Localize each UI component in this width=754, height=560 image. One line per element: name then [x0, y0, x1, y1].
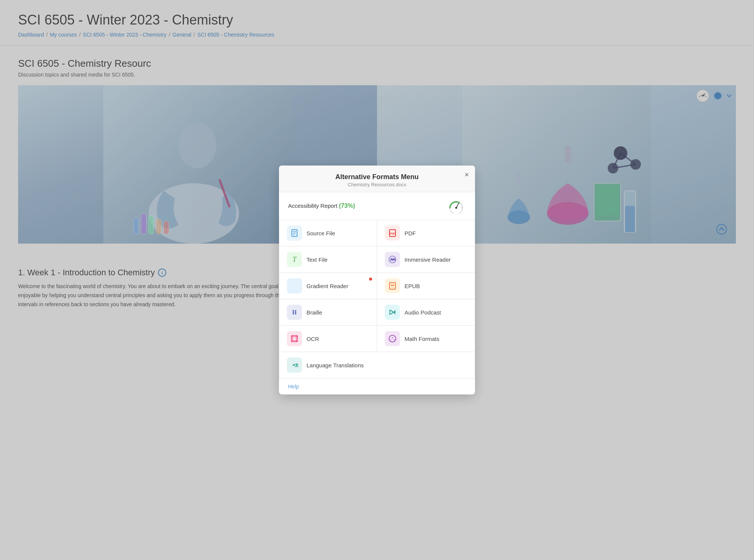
epub-label: EPUB [405, 283, 420, 289]
svg-point-51 [293, 311, 294, 313]
svg-text:文: 文 [295, 363, 299, 367]
language-translations-label: Language Translations [307, 362, 364, 368]
source-file-icon [287, 226, 302, 241]
ocr-icon [287, 331, 302, 346]
svg-marker-55 [390, 310, 394, 315]
text-file-icon: T [287, 252, 302, 267]
help-link[interactable]: Help [288, 384, 299, 390]
svg-text:T: T [293, 256, 297, 263]
modal-header: Alternative Formats Menu Chemistry Resou… [279, 166, 475, 192]
accessibility-row: Accessibility Report (73%) [279, 192, 475, 220]
braille-label: Braille [307, 309, 322, 316]
svg-text:PDF: PDF [390, 232, 395, 235]
accessibility-label: Accessibility Report (73%) [288, 203, 355, 209]
modal-footer: Help [279, 378, 475, 394]
gradient-reader-dot [369, 278, 372, 281]
audio-podcast-icon [385, 305, 400, 320]
modal-grid: Source File PDF PDF T Text File [279, 220, 475, 378]
text-file-item[interactable]: T Text File [279, 246, 377, 273]
audio-podcast-item[interactable]: Audio Podcast [377, 299, 475, 325]
text-file-label: Text File [307, 256, 328, 263]
braille-icon [287, 305, 302, 320]
svg-point-49 [293, 310, 294, 311]
modal-overlay[interactable]: Alternative Formats Menu Chemistry Resou… [0, 0, 754, 560]
immersive-reader-icon [385, 252, 400, 267]
svg-point-54 [295, 313, 296, 315]
alternative-formats-modal: Alternative Formats Menu Chemistry Resou… [279, 166, 475, 394]
source-file-label: Source File [307, 230, 335, 236]
svg-point-53 [293, 313, 294, 315]
svg-point-52 [295, 311, 296, 313]
immersive-reader-item[interactable]: Immersive Reader [377, 246, 475, 273]
gradient-reader-label: Gradient Reader [307, 283, 348, 289]
math-formats-item[interactable]: ± ÷ × Math Formats [377, 325, 475, 352]
gradient-reader-item[interactable]: Gradient Reader [279, 273, 377, 299]
svg-rect-59 [293, 337, 296, 341]
epub-item[interactable]: EPUB [377, 273, 475, 299]
svg-point-50 [295, 310, 296, 311]
svg-point-32 [455, 207, 457, 209]
epub-icon [385, 278, 400, 293]
ocr-label: OCR [307, 336, 319, 342]
accessibility-percentage: (73%) [339, 203, 355, 209]
speedometer-icon [446, 198, 466, 213]
language-translations-item[interactable]: A 文 Language Translations [279, 352, 475, 378]
ocr-item[interactable]: OCR [279, 325, 377, 352]
language-translations-icon: A 文 [287, 357, 302, 373]
braille-item[interactable]: Braille [279, 299, 377, 325]
pdf-icon: PDF [385, 226, 400, 241]
svg-text:÷: ÷ [390, 338, 392, 341]
modal-title: Alternative Formats Menu [288, 173, 466, 181]
gradient-reader-icon [287, 278, 302, 293]
modal-close-button[interactable]: × [464, 171, 469, 178]
modal-subtitle: Chemistry Resources.docx [288, 182, 466, 187]
math-formats-icon: ± ÷ × [385, 331, 400, 346]
svg-rect-48 [390, 283, 395, 288]
source-file-item[interactable]: Source File [279, 220, 377, 246]
audio-podcast-label: Audio Podcast [405, 309, 441, 316]
svg-text:×: × [393, 338, 395, 341]
math-formats-label: Math Formats [405, 336, 440, 342]
pdf-label: PDF [405, 230, 416, 236]
immersive-reader-label: Immersive Reader [405, 256, 451, 263]
pdf-item[interactable]: PDF PDF [377, 220, 475, 246]
